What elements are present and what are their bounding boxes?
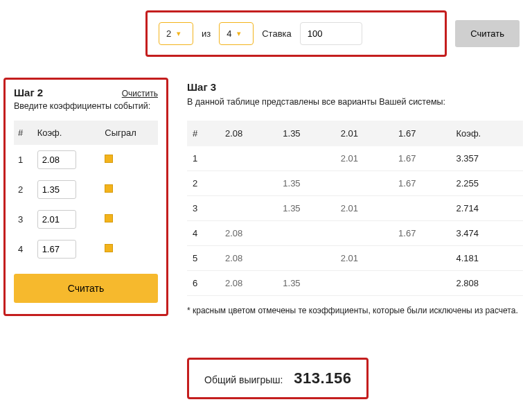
col-c2: 1.35 — [277, 121, 335, 146]
of-label: из — [202, 28, 211, 39]
step3-note: * красным цветом отмечены те коэффициент… — [187, 306, 523, 315]
cell — [393, 246, 450, 271]
cell: 1.67 — [393, 171, 450, 196]
chevron-down-icon: ▾ — [237, 29, 241, 38]
played-checkbox[interactable] — [105, 155, 113, 163]
cell: 2.01 — [335, 246, 393, 271]
variants-table: # 2.08 1.35 2.01 1.67 Коэф. 1 2.01 1.67 … — [187, 121, 523, 296]
cell-coef: 3.357 — [450, 146, 523, 171]
cell — [277, 221, 335, 246]
cell — [393, 196, 450, 221]
played-checkbox[interactable] — [105, 244, 113, 252]
variant-row: 3 1.35 2.01 2.714 — [187, 196, 523, 221]
coef-input-table: # Коэф. Сыграл 1 2 3 4 — [14, 121, 158, 264]
cell: 1.35 — [277, 196, 335, 221]
coef-input[interactable] — [37, 180, 76, 199]
cell — [335, 271, 393, 296]
calculate-button-step2[interactable]: Считать — [14, 274, 158, 303]
bet-input[interactable] — [300, 22, 362, 45]
cell — [277, 146, 335, 171]
col-num: # — [14, 121, 33, 145]
cell: 1.35 — [277, 271, 335, 296]
cell — [277, 246, 335, 271]
cell — [220, 171, 277, 196]
cell: 1.67 — [393, 146, 450, 171]
step3-title: Шаг 3 — [187, 81, 523, 93]
cell-num: 1 — [187, 146, 220, 171]
cell — [393, 271, 450, 296]
clear-link[interactable]: Очистить — [122, 89, 158, 98]
step2-panel: Шаг 2 Очистить Введите коэффициенты собы… — [3, 78, 168, 316]
variant-row: 2 1.35 1.67 2.255 — [187, 171, 523, 196]
variant-row: 4 2.08 1.67 3.474 — [187, 221, 523, 246]
cell-coef: 2.255 — [450, 171, 523, 196]
coef-input[interactable] — [37, 240, 76, 259]
cell-coef: 4.181 — [450, 246, 523, 271]
cell: 2.01 — [335, 196, 393, 221]
cell-num: 3 — [187, 196, 220, 221]
cell: 2.08 — [220, 246, 277, 271]
cell-num: 5 — [187, 246, 220, 271]
row-num: 1 — [14, 145, 33, 175]
config-highlight-box: 2 ▾ из 4 ▾ Ставка — [145, 10, 447, 57]
col-played: Сыграл — [100, 121, 158, 145]
total-value: 4 — [227, 28, 231, 39]
row-num: 4 — [14, 234, 33, 264]
cell: 2.01 — [335, 146, 393, 171]
coef-row: 2 — [14, 175, 158, 204]
col-num: # — [187, 121, 220, 146]
coef-row: 4 — [14, 234, 158, 264]
col-c1: 2.08 — [220, 121, 277, 146]
cell — [220, 146, 277, 171]
cell-num: 6 — [187, 271, 220, 296]
row-num: 3 — [14, 204, 33, 234]
cell-num: 2 — [187, 171, 220, 196]
bet-label: Ставка — [262, 28, 292, 39]
cell — [335, 171, 393, 196]
total-label: Общий выигрыш: — [204, 374, 283, 385]
coef-row: 3 — [14, 204, 158, 234]
system-config-row: 2 ▾ из 4 ▾ Ставка Считать — [145, 10, 520, 57]
pick-select[interactable]: 2 ▾ — [159, 22, 193, 45]
chevron-down-icon: ▾ — [177, 29, 181, 38]
cell-coef: 3.474 — [450, 221, 523, 246]
variant-row: 1 2.01 1.67 3.357 — [187, 146, 523, 171]
total-winnings-box: Общий выигрыш: 313.156 — [187, 358, 369, 399]
coef-input[interactable] — [37, 150, 76, 169]
step2-title: Шаг 2 — [14, 87, 43, 98]
cell: 2.08 — [220, 271, 277, 296]
cell-coef: 2.808 — [450, 271, 523, 296]
row-num: 2 — [14, 175, 33, 204]
step3-panel: Шаг 3 В данной таблице представлены все … — [187, 81, 523, 315]
pick-value: 2 — [166, 28, 171, 39]
cell-num: 4 — [187, 221, 220, 246]
cell — [220, 196, 277, 221]
variant-row: 6 2.08 1.35 2.808 — [187, 271, 523, 296]
col-c3: 2.01 — [335, 121, 393, 146]
col-coef: Коэф. — [450, 121, 523, 146]
played-checkbox[interactable] — [105, 184, 113, 193]
total-value: 313.156 — [294, 369, 351, 387]
col-c4: 1.67 — [393, 121, 450, 146]
total-select[interactable]: 4 ▾ — [219, 22, 254, 45]
col-coef: Коэф. — [33, 121, 101, 145]
cell — [335, 221, 393, 246]
cell-coef: 2.714 — [450, 196, 523, 221]
cell: 1.67 — [393, 221, 450, 246]
calculate-button-top[interactable]: Считать — [455, 20, 520, 47]
cell: 1.35 — [277, 171, 335, 196]
coef-input[interactable] — [37, 210, 76, 229]
played-checkbox[interactable] — [105, 214, 113, 222]
coef-row: 1 — [14, 145, 158, 175]
step2-subtitle: Введите коэффициенты событий: — [14, 101, 158, 111]
variant-row: 5 2.08 2.01 4.181 — [187, 246, 523, 271]
cell: 2.08 — [220, 221, 277, 246]
step3-subtitle: В данной таблице представлены все вариан… — [187, 97, 523, 107]
